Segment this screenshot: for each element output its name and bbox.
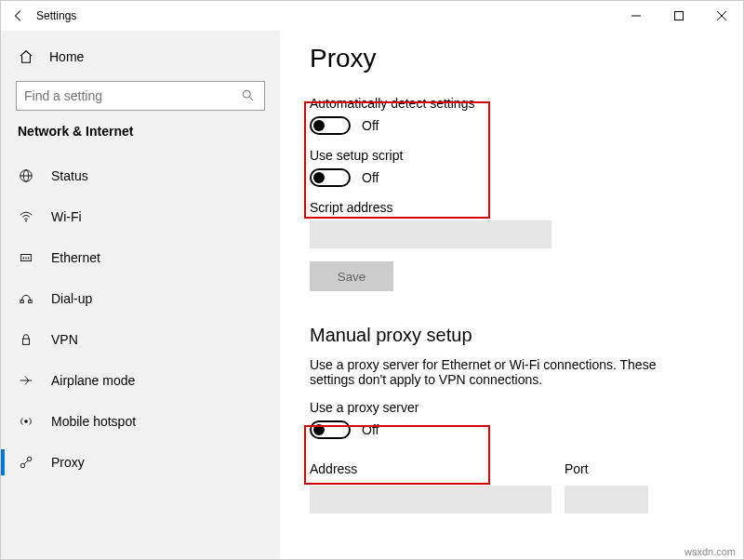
setup-script-state: Off	[362, 170, 379, 185]
svg-line-5	[250, 98, 254, 101]
sidebar-item-dialup[interactable]: Dial-up	[1, 278, 280, 319]
port-input[interactable]	[565, 486, 648, 513]
sidebar-item-label: Ethernet	[51, 250, 100, 265]
svg-line-20	[24, 460, 28, 464]
sidebar-item-status[interactable]: Status	[1, 155, 280, 196]
minimize-button[interactable]	[615, 1, 658, 31]
sidebar-item-airplane[interactable]: Airplane mode	[1, 360, 280, 401]
svg-rect-14	[20, 300, 24, 303]
dialup-icon	[18, 290, 34, 307]
svg-rect-15	[29, 300, 33, 303]
sidebar-item-hotspot[interactable]: Mobile hotspot	[1, 401, 280, 442]
svg-point-4	[243, 90, 250, 98]
window-title: Settings	[36, 9, 76, 22]
sidebar-item-label: VPN	[51, 332, 78, 347]
close-button[interactable]	[700, 1, 743, 31]
use-proxy-toggle[interactable]	[310, 420, 351, 439]
page-title: Proxy	[310, 44, 719, 73]
vpn-icon	[18, 331, 34, 348]
content-area: Proxy Automatically detect settings Off …	[280, 31, 743, 559]
svg-point-19	[27, 457, 31, 460]
sidebar-item-label: Airplane mode	[51, 373, 135, 388]
setup-script-label: Use setup script	[310, 148, 719, 163]
auto-detect-label: Automatically detect settings	[310, 96, 719, 111]
globe-icon	[18, 167, 34, 184]
port-label: Port	[565, 461, 648, 476]
search-input[interactable]	[16, 81, 265, 111]
sidebar-item-vpn[interactable]: VPN	[1, 319, 280, 360]
auto-detect-state: Off	[362, 118, 379, 133]
address-input[interactable]	[310, 486, 551, 513]
sidebar-item-wifi[interactable]: Wi-Fi	[1, 196, 280, 237]
back-arrow-icon[interactable]	[10, 7, 27, 24]
home-link[interactable]: Home	[1, 38, 280, 75]
proxy-icon	[18, 454, 34, 471]
sidebar-item-ethernet[interactable]: Ethernet	[1, 237, 280, 278]
svg-rect-1	[675, 12, 684, 20]
watermark: wsxdn.com	[684, 546, 736, 557]
svg-point-17	[24, 420, 28, 423]
svg-point-9	[25, 220, 27, 222]
svg-point-18	[20, 463, 24, 467]
sidebar-item-label: Wi-Fi	[51, 209, 82, 224]
script-address-input[interactable]	[310, 220, 551, 248]
airplane-icon	[18, 372, 34, 389]
setup-script-toggle[interactable]	[310, 168, 351, 187]
ethernet-icon	[18, 249, 34, 266]
sidebar: Home Network & Internet Status Wi-Fi Eth…	[1, 31, 280, 559]
wifi-icon	[18, 208, 34, 225]
section-title: Network & Internet	[1, 124, 280, 139]
svg-rect-16	[22, 339, 29, 344]
script-address-label: Script address	[310, 200, 719, 215]
hotspot-icon	[18, 413, 34, 430]
home-label: Home	[49, 49, 84, 64]
save-button[interactable]: Save	[310, 261, 393, 291]
sidebar-item-label: Proxy	[51, 455, 85, 470]
maximize-button[interactable]	[658, 1, 700, 31]
titlebar: Settings	[1, 1, 743, 31]
use-proxy-state: Off	[362, 422, 379, 437]
sidebar-item-label: Dial-up	[51, 291, 92, 306]
home-icon	[18, 48, 34, 65]
use-proxy-label: Use a proxy server	[310, 400, 719, 415]
sidebar-item-label: Status	[51, 168, 88, 183]
manual-setup-description: Use a proxy server for Ethernet or Wi-Fi…	[310, 357, 691, 387]
auto-detect-toggle[interactable]	[310, 116, 351, 135]
address-label: Address	[310, 461, 551, 476]
search-icon	[240, 87, 257, 104]
sidebar-item-proxy[interactable]: Proxy	[1, 442, 280, 483]
manual-setup-heading: Manual proxy setup	[310, 325, 719, 346]
sidebar-item-label: Mobile hotspot	[51, 414, 136, 429]
